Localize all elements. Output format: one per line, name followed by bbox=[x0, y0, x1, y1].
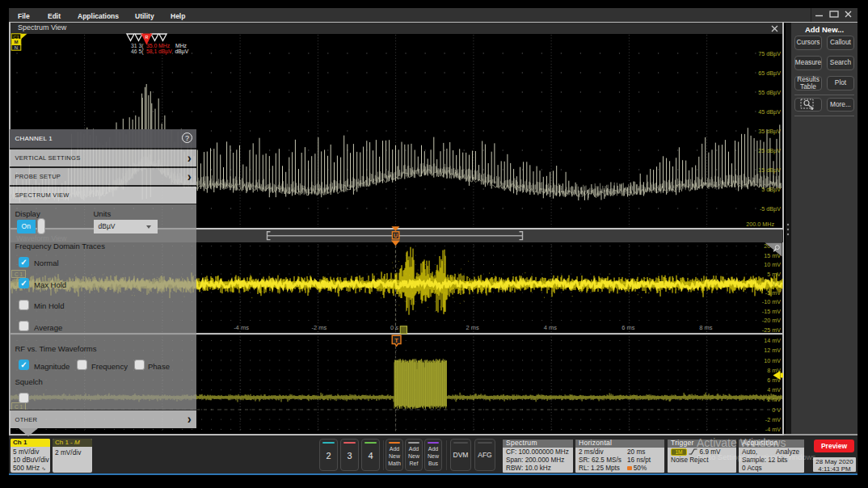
svg-text:8 ms: 8 ms bbox=[699, 324, 713, 331]
svg-text:10 mV: 10 mV bbox=[764, 357, 781, 364]
svg-text:200.0 MHz: 200.0 MHz bbox=[746, 221, 774, 228]
svg-text:15 dBµV: 15 dBµV bbox=[758, 166, 781, 174]
svg-text:35.0 MHz: 35.0 MHz bbox=[146, 43, 171, 48]
svg-text:4 ms: 4 ms bbox=[544, 324, 558, 331]
svg-text:-15 mV: -15 mV bbox=[762, 308, 781, 315]
svg-text:-4 mV: -4 mV bbox=[765, 426, 781, 433]
svg-text:35 dBµV: 35 dBµV bbox=[758, 128, 781, 135]
svg-text:-20 mV: -20 mV bbox=[762, 317, 781, 324]
svg-text:MHz: MHz bbox=[175, 43, 188, 48]
svg-text:12 mV: 12 mV bbox=[764, 347, 781, 354]
svg-text:-25 mV: -25 mV bbox=[762, 326, 781, 334]
svg-text:5 mV: 5 mV bbox=[767, 271, 781, 278]
svg-text:10 mV: 10 mV bbox=[764, 261, 781, 268]
svg-text:-5 dBµV: -5 dBµV bbox=[760, 205, 781, 212]
svg-text:14 mV: 14 mV bbox=[764, 337, 781, 344]
svg-text:25 dBµV: 25 dBµV bbox=[758, 147, 781, 154]
svg-text:M: M bbox=[15, 40, 19, 44]
svg-text:75 dBµV: 75 dBµV bbox=[758, 50, 781, 57]
svg-text:0 V: 0 V bbox=[772, 280, 781, 287]
svg-text:0 V: 0 V bbox=[772, 406, 781, 414]
svg-text:65 dBµV: 65 dBµV bbox=[758, 69, 781, 77]
svg-text:5 dBµV: 5 dBµV bbox=[761, 186, 781, 193]
svg-text:-10 mV: -10 mV bbox=[762, 298, 781, 305]
svg-text:2 mV: 2 mV bbox=[767, 396, 781, 403]
svg-text:46 5(: 46 5( bbox=[131, 48, 144, 55]
svg-text:4 mV: 4 mV bbox=[767, 386, 781, 393]
svg-text:2 ms: 2 ms bbox=[466, 324, 479, 331]
svg-text:-2 mV: -2 mV bbox=[765, 416, 781, 423]
svg-text:N: N bbox=[15, 45, 18, 50]
svg-text:58.1 dBµV: 58.1 dBµV bbox=[146, 48, 172, 55]
svg-text:T: T bbox=[394, 337, 398, 344]
svg-text:C1: C1 bbox=[13, 35, 19, 40]
svg-text:-4 ms: -4 ms bbox=[234, 324, 249, 331]
svg-text:-5 mV: -5 mV bbox=[765, 289, 781, 297]
svg-text:U: U bbox=[394, 233, 398, 238]
svg-text:45 dBµV: 45 dBµV bbox=[758, 108, 781, 116]
svg-text:0 s: 0 s bbox=[390, 324, 398, 331]
svg-text:-2 ms: -2 ms bbox=[312, 324, 327, 331]
svg-text:R: R bbox=[145, 35, 148, 40]
svg-text:55 dBµV: 55 dBµV bbox=[758, 89, 781, 96]
svg-text:6 ms: 6 ms bbox=[622, 324, 635, 331]
svg-text:dBµV: dBµV bbox=[175, 48, 189, 55]
